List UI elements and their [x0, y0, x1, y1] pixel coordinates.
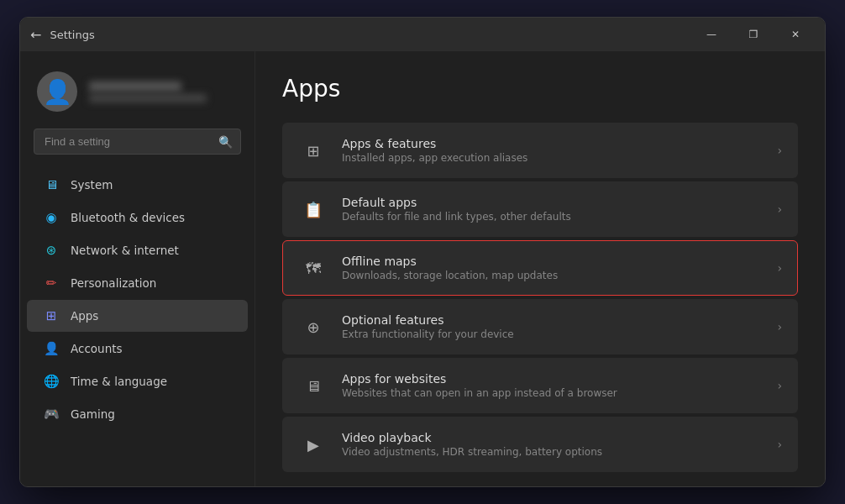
page-title: Apps: [282, 75, 798, 102]
sidebar-item-personalization[interactable]: ✏Personalization: [27, 267, 248, 299]
optional-features-title: Optional features: [342, 313, 764, 327]
sidebar-item-apps[interactable]: ⊞Apps: [27, 300, 248, 332]
apps-icon: ⊞: [44, 308, 59, 323]
sidebar-label-accounts: Accounts: [71, 342, 123, 355]
settings-window: ← Settings — ❐ ✕ 👤 🔍: [19, 17, 826, 487]
settings-item-apps-features[interactable]: ⊞Apps & featuresInstalled apps, app exec…: [282, 123, 798, 178]
video-playback-title: Video playback: [342, 431, 764, 444]
optional-features-chevron: ›: [777, 320, 782, 333]
settings-item-offline-maps[interactable]: 🗺Offline mapsDownloads, storage location…: [282, 240, 798, 296]
window-title: Settings: [50, 29, 692, 41]
apps-websites-title: Apps for websites: [342, 372, 764, 386]
apps-features-text: Apps & featuresInstalled apps, app execu…: [342, 137, 764, 164]
bluetooth-icon: ◉: [44, 210, 59, 225]
sidebar-item-system[interactable]: 🖥System: [27, 169, 248, 201]
settings-item-apps-websites[interactable]: 🖥Apps for websitesWebsites that can open…: [282, 358, 798, 413]
sidebar-label-network: Network & internet: [71, 244, 179, 257]
sidebar-label-time: Time & language: [71, 375, 167, 388]
close-button[interactable]: ✕: [776, 22, 815, 47]
default-apps-title: Default apps: [342, 196, 764, 209]
optional-features-text: Optional featuresExtra functionality for…: [342, 313, 764, 340]
sidebar-label-personalization: Personalization: [71, 276, 156, 290]
time-icon: 🌐: [44, 374, 59, 389]
video-playback-chevron: ›: [777, 438, 782, 451]
personalization-icon: ✏: [44, 276, 59, 291]
window-controls: — ❐ ✕: [692, 22, 815, 47]
maximize-button[interactable]: ❐: [734, 22, 773, 47]
user-name: [89, 81, 181, 92]
default-apps-text: Default appsDefaults for file and link t…: [342, 196, 764, 223]
offline-maps-subtitle: Downloads, storage location, map updates: [342, 270, 764, 281]
settings-item-video-playback[interactable]: ▶Video playbackVideo adjustments, HDR st…: [282, 417, 798, 472]
sidebar-item-bluetooth[interactable]: ◉Bluetooth & devices: [27, 202, 248, 234]
search-box[interactable]: 🔍: [34, 129, 241, 155]
video-playback-subtitle: Video adjustments, HDR streaming, batter…: [342, 446, 764, 458]
video-playback-icon: ▶: [298, 429, 328, 459]
titlebar: ← Settings — ❐ ✕: [20, 18, 825, 51]
back-button[interactable]: ←: [30, 27, 41, 43]
offline-maps-icon: 🗺: [298, 253, 328, 283]
network-icon: ⊛: [44, 243, 59, 258]
content-area: 👤 🔍 🖥System◉Bluetooth & devices⊛Network …: [20, 51, 825, 486]
offline-maps-text: Offline mapsDownloads, storage location,…: [342, 255, 764, 281]
sidebar-label-gaming: Gaming: [71, 407, 115, 421]
video-playback-text: Video playbackVideo adjustments, HDR str…: [342, 431, 764, 458]
apps-websites-icon: 🖥: [298, 370, 328, 401]
sidebar-item-network[interactable]: ⊛Network & internet: [27, 234, 248, 266]
search-icon: 🔍: [218, 135, 233, 149]
user-info: [89, 81, 207, 102]
search-input[interactable]: [34, 129, 241, 155]
gaming-icon: 🎮: [44, 407, 59, 422]
user-section: 👤: [20, 65, 255, 125]
offline-maps-title: Offline maps: [342, 255, 764, 268]
sidebar-item-gaming[interactable]: 🎮Gaming: [27, 398, 248, 430]
offline-maps-chevron: ›: [777, 261, 782, 275]
accounts-icon: 👤: [44, 341, 59, 356]
sidebar-item-accounts[interactable]: 👤Accounts: [27, 333, 248, 365]
apps-features-icon: ⊞: [298, 135, 328, 165]
nav-list: 🖥System◉Bluetooth & devices⊛Network & in…: [20, 168, 255, 431]
sidebar-label-bluetooth: Bluetooth & devices: [71, 211, 185, 224]
apps-features-title: Apps & features: [342, 137, 764, 150]
apps-features-chevron: ›: [777, 144, 782, 157]
minimize-button[interactable]: —: [692, 22, 731, 47]
avatar-icon: 👤: [43, 78, 72, 106]
user-email: [89, 94, 207, 102]
apps-websites-subtitle: Websites that can open in an app instead…: [342, 387, 764, 399]
settings-item-optional-features[interactable]: ⊕Optional featuresExtra functionality fo…: [282, 299, 798, 354]
system-icon: 🖥: [44, 177, 59, 192]
default-apps-chevron: ›: [777, 202, 782, 216]
settings-list: ⊞Apps & featuresInstalled apps, app exec…: [282, 123, 798, 472]
apps-websites-text: Apps for websitesWebsites that can open …: [342, 372, 764, 399]
default-apps-icon: 📋: [298, 194, 328, 224]
settings-item-default-apps[interactable]: 📋Default appsDefaults for file and link …: [282, 181, 798, 237]
optional-features-icon: ⊕: [298, 312, 328, 342]
optional-features-subtitle: Extra functionality for your device: [342, 328, 764, 340]
sidebar-item-time[interactable]: 🌐Time & language: [27, 365, 248, 397]
apps-features-subtitle: Installed apps, app execution aliases: [342, 152, 764, 164]
main-content: Apps ⊞Apps & featuresInstalled apps, app…: [255, 51, 825, 486]
avatar: 👤: [37, 71, 77, 112]
sidebar: 👤 🔍 🖥System◉Bluetooth & devices⊛Network …: [20, 51, 255, 486]
sidebar-label-system: System: [71, 178, 113, 192]
default-apps-subtitle: Defaults for file and link types, other …: [342, 211, 764, 223]
apps-websites-chevron: ›: [777, 379, 782, 392]
sidebar-label-apps: Apps: [71, 309, 98, 323]
